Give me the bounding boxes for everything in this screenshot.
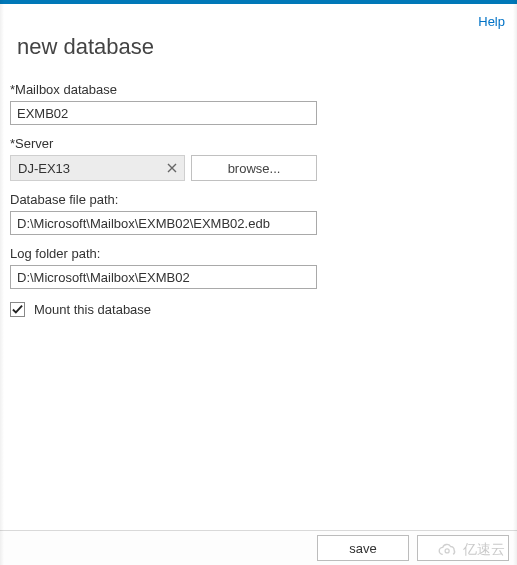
- server-label: *Server: [10, 136, 507, 151]
- help-link[interactable]: Help: [478, 14, 505, 29]
- log-folder-path-label: Log folder path:: [10, 246, 507, 261]
- dialog-footer: save: [0, 530, 517, 565]
- cancel-button[interactable]: [417, 535, 509, 561]
- mount-checkbox-row: Mount this database: [10, 302, 507, 317]
- field-db-file-path: Database file path:: [10, 192, 507, 235]
- field-server: *Server DJ-EX13 browse...: [10, 136, 507, 181]
- clear-server-icon[interactable]: [162, 158, 182, 178]
- mailbox-database-input[interactable]: [10, 101, 317, 125]
- mount-checkbox-label: Mount this database: [34, 302, 151, 317]
- shadow-right: [513, 0, 517, 565]
- db-file-path-label: Database file path:: [10, 192, 507, 207]
- mailbox-database-label: *Mailbox database: [10, 82, 507, 97]
- form-area: *Mailbox database *Server DJ-EX13 browse…: [0, 82, 517, 317]
- field-log-folder-path: Log folder path:: [10, 246, 507, 289]
- server-selected-name: DJ-EX13: [18, 161, 70, 176]
- db-file-path-input[interactable]: [10, 211, 317, 235]
- save-button[interactable]: save: [317, 535, 409, 561]
- log-folder-path-input[interactable]: [10, 265, 317, 289]
- browse-button[interactable]: browse...: [191, 155, 317, 181]
- mount-checkbox[interactable]: [10, 302, 25, 317]
- shadow-left: [0, 0, 4, 565]
- field-mailbox-database: *Mailbox database: [10, 82, 507, 125]
- server-selected-chip: DJ-EX13: [10, 155, 185, 181]
- page-title: new database: [0, 30, 517, 82]
